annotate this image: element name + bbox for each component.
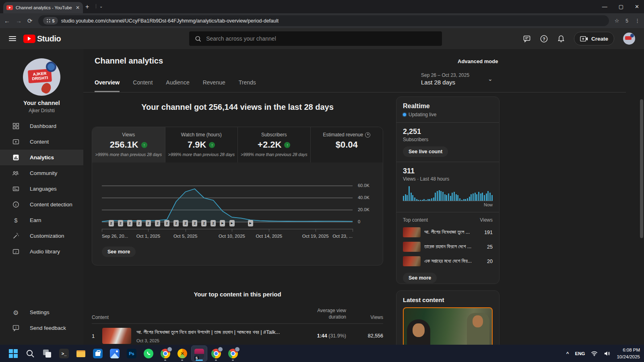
tab-trends[interactable]: Trends (239, 74, 256, 92)
wifi-icon[interactable] (591, 351, 598, 356)
video-thumbnail[interactable] (102, 328, 131, 344)
taskbar-photoshop[interactable]: Ps (124, 346, 139, 361)
sidebar-item-dashboard[interactable]: Dashboard (0, 118, 83, 134)
metric-card-subscribers[interactable]: Subscribers+2.2K↑>999% more than previou… (237, 127, 310, 162)
site-settings-chip[interactable]: 5 (43, 17, 58, 25)
sidebar-item-content-detection[interactable]: cContent detection (0, 197, 83, 212)
taskbar-chrome-profile-1[interactable] (158, 346, 173, 361)
views-column-header[interactable]: Views (346, 315, 383, 320)
feedback-comment-icon[interactable] (523, 35, 531, 43)
upload-marker-play-icon[interactable]: ▶ (229, 220, 235, 226)
upload-marker-play-icon[interactable]: ▶ (248, 220, 253, 226)
window-maximize-button[interactable]: ▢ (619, 4, 623, 10)
sidebar-item-analytics[interactable]: Analytics (0, 150, 83, 165)
realtime-see-more-button[interactable]: See more (403, 273, 437, 283)
content-column-header[interactable]: Content (92, 315, 294, 320)
sidebar-item-languages[interactable]: Languages (0, 181, 83, 197)
upload-marker[interactable]: 2 (211, 220, 216, 226)
video-title[interactable]: আ. লীগের নিষেধাজ্ঞা তুলে নিবে প্রধান উপদ… (136, 329, 294, 335)
upload-marker[interactable]: 2 (192, 220, 197, 226)
channel-search-box[interactable] (189, 31, 442, 46)
taskbar-task-view[interactable] (39, 346, 55, 361)
url-field[interactable]: 5 studio.youtube.com/channel/UCcyFBa1Rb9… (38, 15, 609, 26)
sidebar-item-content[interactable]: Content (0, 134, 83, 150)
hidden-icons-chevron[interactable]: ^ (566, 351, 569, 356)
top-content-row[interactable]: আ. লীগের নিষেধাজ্ঞা তুলে ...191 (403, 227, 493, 237)
chevron-down-icon[interactable]: ⌄ (488, 76, 493, 82)
tab-revenue[interactable]: Revenue (203, 74, 225, 92)
upload-marker[interactable]: 2 (183, 220, 188, 226)
see-more-button[interactable]: See more (102, 247, 136, 257)
browser-menu-icon[interactable]: ⋮ (635, 18, 640, 24)
menu-hamburger-icon[interactable] (9, 35, 16, 42)
upload-marker[interactable]: 2 (201, 220, 206, 226)
bookmark-star-icon[interactable]: ☆ (615, 18, 619, 24)
sidebar-item-audio-library[interactable]: ♪Audio library (0, 244, 83, 259)
youtube-studio-logo[interactable]: Studio (23, 34, 61, 43)
tab-close-icon[interactable]: ✕ (76, 5, 80, 10)
tab-audience[interactable]: Audience (166, 74, 189, 92)
language-indicator[interactable]: ENG (575, 351, 585, 356)
metric-card-watch-time-hours[interactable]: Watch time (hours)7.9K↑>999% more than p… (165, 127, 238, 162)
see-live-count-button[interactable]: See live count (403, 146, 448, 157)
upload-marker[interactable]: 2 (164, 220, 169, 226)
table-row[interactable]: 1 আ. লীগের নিষেধাজ্ঞা তুলে নিবে প্রধান উ… (92, 324, 383, 344)
top-content-row[interactable]: তারেক রহমান ফিরলে দেশে ...25 (403, 242, 493, 252)
taskbar-media-app[interactable]: ✕ (175, 346, 190, 361)
upload-marker[interactable]: 2 (146, 220, 151, 226)
metric-card-estimated-revenue[interactable]: Estimated revenue$0.04 (310, 127, 383, 162)
create-button[interactable]: Create (574, 32, 614, 45)
reload-button[interactable]: ⟳ (27, 17, 33, 25)
top-content-row[interactable]: এক সপ্তাহের মধ্যে দেশে ফির...20 (403, 256, 493, 266)
tab-content[interactable]: Content (133, 74, 153, 92)
upload-marker[interactable]: 2 (118, 220, 123, 226)
date-range-selector[interactable]: Sep 26 – Oct 23, 2025 Last 28 days (421, 72, 469, 86)
taskbar-chrome-profile-3[interactable] (225, 346, 241, 361)
taskbar-chrome-active-window[interactable]: 5 (192, 346, 207, 361)
back-button[interactable]: ← (4, 17, 10, 24)
realtime-bar-chart[interactable] (403, 186, 493, 201)
taskbar-chrome-profile-2[interactable] (208, 346, 224, 361)
window-close-button[interactable]: ✕ (635, 4, 639, 10)
sidebar-item-settings[interactable]: ⚙Settings (0, 304, 83, 320)
sidebar-item-community[interactable]: Community (0, 165, 83, 181)
forward-button[interactable]: → (16, 17, 22, 24)
clock[interactable]: 6:08 PM 10/24/2025 (617, 347, 640, 360)
upload-marker[interactable]: 2 (109, 220, 114, 226)
taskbar-microsoft-store[interactable] (90, 346, 105, 361)
account-avatar[interactable] (623, 33, 635, 45)
tab-overview[interactable]: Overview (95, 74, 120, 92)
latest-video-thumbnail[interactable] (403, 307, 493, 345)
browser-tab[interactable]: Channel analytics - YouTube Stu ✕ (3, 2, 83, 13)
notifications-bell-icon[interactable] (557, 35, 565, 43)
new-tab-button[interactable]: + (85, 3, 89, 10)
realtime-bar (425, 200, 427, 201)
taskbar-terminal[interactable]: >_ (56, 346, 72, 361)
upload-marker[interactable]: 2 (173, 220, 179, 226)
sidebar-item-send-feedback[interactable]: !Send feedback (0, 320, 83, 336)
metric-card-views[interactable]: Views256.1K↑>999% more than previous 28 … (92, 127, 165, 162)
tab-search-chevron-icon[interactable]: ⌄ (96, 4, 103, 8)
taskbar-photos[interactable] (107, 346, 122, 361)
divider (396, 122, 499, 123)
avg-view-duration-column-header[interactable]: Average viewduration (294, 307, 346, 320)
help-icon[interactable]: ? (540, 35, 548, 43)
metric-label-text: Estimated revenue (323, 132, 363, 138)
search-input[interactable] (206, 35, 436, 42)
page-scrollbar[interactable] (640, 99, 643, 238)
sidebar-item-customization[interactable]: Customization (0, 228, 83, 244)
extensions-badge[interactable]: 5 (625, 18, 628, 24)
sidebar-item-earn[interactable]: $Earn (0, 212, 83, 228)
upload-marker[interactable]: 2 (155, 220, 160, 226)
window-minimize-button[interactable]: — (602, 4, 607, 10)
upload-marker-play-icon[interactable]: ▶ (220, 220, 225, 226)
taskbar-file-explorer[interactable] (73, 346, 89, 361)
upload-marker[interactable]: 2 (136, 220, 142, 226)
volume-icon[interactable] (604, 351, 611, 356)
taskbar-whatsapp[interactable] (141, 346, 156, 361)
taskbar-start-button[interactable] (6, 346, 21, 361)
upload-marker[interactable]: 2 (127, 220, 132, 226)
advanced-mode-button[interactable]: Advanced mode (458, 58, 498, 64)
taskbar-search[interactable] (23, 346, 38, 361)
channel-avatar[interactable]: AJKER DRISHTI (23, 58, 60, 96)
